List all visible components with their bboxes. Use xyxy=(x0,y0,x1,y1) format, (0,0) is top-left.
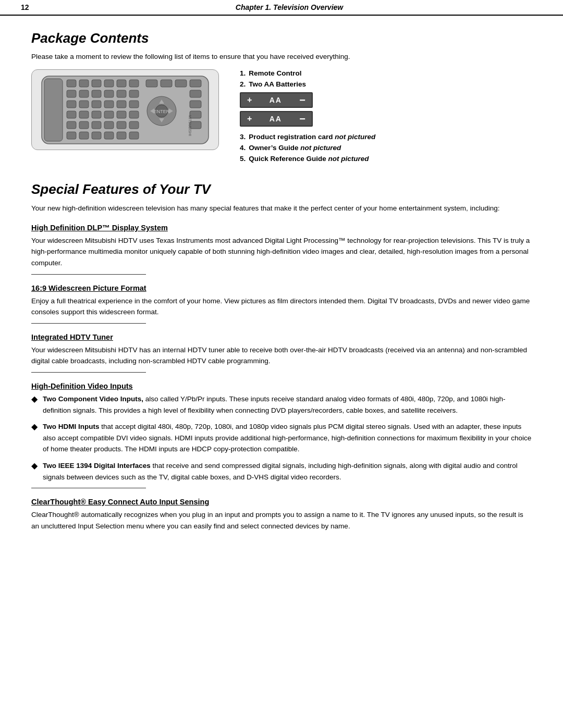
special-features-section: Special Features of Your TV Your new hig… xyxy=(31,181,532,532)
svg-text:ENTER: ENTER xyxy=(154,109,170,114)
battery-label-2: AA xyxy=(270,115,282,123)
svg-rect-35 xyxy=(117,111,126,118)
battery-label-1: AA xyxy=(270,96,282,104)
section-divider xyxy=(31,323,146,324)
svg-rect-51 xyxy=(117,132,126,139)
item-label: Quick Reference Guide not pictured xyxy=(249,155,369,163)
package-contents-section: Package Contents Please take a moment to… xyxy=(31,30,532,166)
package-items-list-2: 3. Product registration card not picture… xyxy=(240,133,532,163)
svg-rect-17 xyxy=(129,90,139,97)
item-number: 2. xyxy=(240,80,246,88)
svg-rect-28 xyxy=(104,101,114,108)
battery-minus-2: − xyxy=(299,115,305,123)
svg-rect-50 xyxy=(104,132,114,139)
feature-hdtv-tuner: Integrated HDTV Tuner Your widescreen Mi… xyxy=(31,323,532,367)
feature-dlp-heading: High Definition DLP™ Display System xyxy=(31,224,532,232)
bullet-icon: ◆ xyxy=(31,460,38,483)
svg-rect-27 xyxy=(92,101,101,108)
remote-image-box: ENTER xyxy=(31,69,219,166)
svg-rect-15 xyxy=(104,90,114,97)
battery-row-1: + AA − xyxy=(240,92,313,108)
feature-dlp-text: Your widescreen Mitsubishi HDTV uses Tex… xyxy=(31,235,532,269)
svg-rect-13 xyxy=(79,90,89,97)
item-label: Product registration card not pictured xyxy=(249,133,375,141)
remote-control-image: ENTER xyxy=(31,69,219,150)
svg-rect-52 xyxy=(129,132,139,139)
svg-rect-11 xyxy=(190,80,201,87)
feature-clearthought-heading: ClearThought® Easy Connect Auto Input Se… xyxy=(31,498,532,506)
page-content: Package Contents Please take a moment to… xyxy=(0,16,563,554)
svg-rect-4 xyxy=(92,80,101,87)
svg-rect-1 xyxy=(44,79,63,141)
svg-rect-36 xyxy=(129,111,139,118)
item-number: 5. xyxy=(240,155,246,163)
feature-widescreen: 16:9 Widescreen Picture Format Enjoy a f… xyxy=(31,274,532,318)
svg-rect-5 xyxy=(104,80,114,87)
section-divider xyxy=(31,274,146,275)
svg-rect-8 xyxy=(146,80,157,87)
item-number: 3. xyxy=(240,133,246,141)
battery-row-2: + AA − xyxy=(240,111,313,127)
svg-rect-41 xyxy=(117,121,126,129)
list-item: 1. Remote Control xyxy=(240,69,532,77)
battery-plus-2: + xyxy=(247,114,252,124)
list-item: ◆ Two Component Video Inputs, also calle… xyxy=(31,393,532,416)
item-label: Owner’s Guide not pictured xyxy=(249,144,341,152)
svg-rect-43 xyxy=(190,90,201,97)
remote-svg: ENTER xyxy=(36,73,214,146)
svg-rect-7 xyxy=(129,80,139,87)
feature-widescreen-text: Enjoy a full theatrical experience in th… xyxy=(31,295,532,318)
section-divider xyxy=(31,372,146,373)
feature-dlp: High Definition DLP™ Display System Your… xyxy=(31,224,532,269)
item-label: Two AA Batteries xyxy=(249,80,306,88)
bullet-text: Two Component Video Inputs, also called … xyxy=(43,393,532,416)
item-label: Remote Control xyxy=(249,69,301,77)
feature-widescreen-heading: 16:9 Widescreen Picture Format xyxy=(31,284,532,292)
svg-rect-47 xyxy=(67,132,76,139)
svg-rect-9 xyxy=(161,80,172,87)
page-number: 12 xyxy=(21,3,36,11)
svg-rect-37 xyxy=(67,121,76,129)
feature-hdtv-text: Your widescreen Mitsubishi HDTV has an i… xyxy=(31,344,532,367)
chapter-title: Chapter 1. Television Overview xyxy=(36,3,542,11)
item-number: 1. xyxy=(240,69,246,77)
svg-rect-29 xyxy=(117,101,126,108)
battery-plus-1: + xyxy=(247,95,252,105)
svg-rect-10 xyxy=(175,80,187,87)
hd-inputs-list: ◆ Two Component Video Inputs, also calle… xyxy=(31,393,532,483)
list-item: 5. Quick Reference Guide not pictured xyxy=(240,155,532,163)
svg-text:MITSUBISHI: MITSUBISHI xyxy=(188,115,192,136)
feature-clearthought: ClearThought® Easy Connect Auto Input Se… xyxy=(31,488,532,532)
list-item: 4. Owner’s Guide not pictured xyxy=(240,144,532,152)
svg-rect-48 xyxy=(79,132,89,139)
svg-rect-38 xyxy=(79,121,89,129)
svg-rect-32 xyxy=(79,111,89,118)
svg-rect-49 xyxy=(92,132,101,139)
special-features-intro: Your new high-definition widescreen tele… xyxy=(31,203,532,214)
svg-rect-40 xyxy=(104,121,114,129)
feature-hd-video-inputs: High-Definition Video Inputs ◆ Two Compo… xyxy=(31,372,532,483)
svg-rect-39 xyxy=(92,121,101,129)
svg-rect-33 xyxy=(92,111,101,118)
feature-clearthought-text: ClearThought® automatically recognizes w… xyxy=(31,509,532,532)
feature-hd-inputs-heading: High-Definition Video Inputs xyxy=(31,382,532,390)
battery-minus-1: − xyxy=(299,96,305,104)
package-items-list: 1. Remote Control 2. Two AA Batteries xyxy=(240,69,532,88)
svg-rect-14 xyxy=(92,90,101,97)
svg-rect-12 xyxy=(67,90,76,97)
feature-hdtv-heading: Integrated HDTV Tuner xyxy=(31,333,532,341)
package-intro-text: Please take a moment to review the follo… xyxy=(31,52,532,62)
list-item: ◆ Two IEEE 1394 Digital Interfaces that … xyxy=(31,460,532,483)
item-number: 4. xyxy=(240,144,246,152)
list-item: 3. Product registration card not picture… xyxy=(240,133,532,141)
package-body: ENTER xyxy=(31,69,532,166)
special-features-title: Special Features of Your TV xyxy=(31,181,532,198)
package-contents-title: Package Contents xyxy=(31,30,532,46)
bullet-text: Two HDMI Inputs that accept digital 480i… xyxy=(43,421,532,455)
bullet-icon: ◆ xyxy=(31,421,38,455)
svg-rect-2 xyxy=(67,80,76,87)
page-header: 12 Chapter 1. Television Overview xyxy=(0,0,563,16)
svg-rect-42 xyxy=(129,121,139,129)
svg-rect-25 xyxy=(67,101,76,108)
bullet-text: Two IEEE 1394 Digital Interfaces that re… xyxy=(43,460,532,483)
